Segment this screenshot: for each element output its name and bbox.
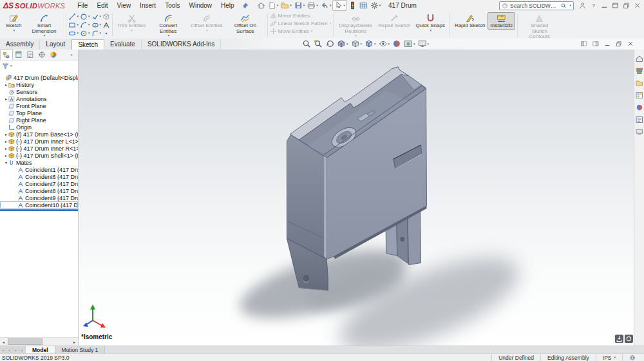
panel-tab-property-manager[interactable] <box>13 50 24 60</box>
fillet-tool-button[interactable]: ▾ <box>91 29 102 37</box>
tree-item-417-drum-inner-l-1[interactable]: ▸(-) 417 Drum Inner L<1> ->? (Defa <box>0 138 78 145</box>
mirror-entities-button[interactable]: Mirror Entities <box>270 12 331 19</box>
doc-pane-left-button[interactable] <box>581 41 587 47</box>
filter-funnel-icon[interactable] <box>2 62 9 69</box>
view-orientation-button[interactable]: ▾ <box>350 39 363 48</box>
edit-appearance-button[interactable] <box>392 39 402 48</box>
doc-restore-button[interactable] <box>616 41 622 47</box>
taskpane-appearances-button[interactable] <box>636 104 643 111</box>
rollback-bar[interactable] <box>0 209 78 211</box>
minimize-button[interactable] <box>601 2 608 9</box>
dropdown-caret-icon[interactable]: ▾ <box>346 42 348 46</box>
tree-item-history[interactable]: ▸History <box>0 81 78 88</box>
tree-item-annotations[interactable]: ▸Annotations <box>0 95 78 102</box>
search-input[interactable]: ? Search SOLIDWORKS Help ▾ <box>499 1 574 10</box>
tab-scroll-prev-icon[interactable]: ◂ <box>6 346 13 353</box>
expand-arrow-icon[interactable]: ▸ <box>4 139 8 143</box>
quick-snaps-button[interactable]: Quick Snaps▾ <box>413 12 448 33</box>
move-entities-button[interactable]: Move Entities▾ <box>270 28 331 35</box>
panel-tabs-overflow-icon[interactable]: › <box>71 50 78 60</box>
tree-item-417-drum-shell-1-d[interactable]: ▸(-) 417 Drum Shell<1> (Default<< <box>0 152 78 159</box>
section-view-button[interactable]: ▾ <box>336 39 349 48</box>
doc-pane-right-button[interactable] <box>592 41 599 47</box>
ellipse-tool-button[interactable]: ▾ <box>91 21 102 29</box>
study-tab-motion-study-1[interactable]: Motion Study 1 <box>55 346 106 353</box>
expand-arrow-icon[interactable]: ▸ <box>4 153 8 158</box>
slot-tool-button[interactable]: ▾ <box>68 29 79 37</box>
dropdown-caret-icon[interactable]: ▾ <box>206 29 208 32</box>
dropdown-caret-icon[interactable]: ▾ <box>330 22 332 25</box>
taskpane-file-explorer-button[interactable] <box>636 79 643 87</box>
tab-assembly[interactable]: Assembly <box>0 39 40 50</box>
user-button[interactable] <box>579 2 586 9</box>
tree-item-sensors[interactable]: Sensors <box>0 88 78 95</box>
expand-arrow-icon[interactable]: ▸ <box>4 82 8 87</box>
linear-sketch-pattern-button[interactable]: Linear Sketch Pattern▾ <box>270 20 331 27</box>
dropdown-caret-icon[interactable]: ▾ <box>355 34 357 37</box>
scroll-left-icon[interactable]: ◂ <box>0 340 7 344</box>
expand-arrow-icon[interactable]: ▸ <box>4 97 8 101</box>
menu-insert[interactable]: Insert <box>135 1 160 10</box>
refresh-button[interactable] <box>625 335 633 343</box>
view-settings-button[interactable]: ▾ <box>417 39 430 48</box>
dropdown-caret-icon[interactable]: ▾ <box>100 15 102 18</box>
status-ips[interactable]: IPS▾ <box>596 354 622 361</box>
tab-scroll-first-icon[interactable]: ◂ <box>0 346 6 353</box>
select-button[interactable]: ▾ <box>332 0 347 11</box>
status-globe[interactable] <box>622 354 642 361</box>
dropdown-caret-icon[interactable]: ▾ <box>413 42 415 46</box>
help-button[interactable]: ? <box>590 2 597 9</box>
tree-item-coincident6-417-drum-in[interactable]: Coincident6 (417 Drum Inner <box>0 173 78 180</box>
dropdown-caret-icon[interactable]: ▾ <box>100 23 102 26</box>
tree-item-417-drum-default-displa[interactable]: 417 Drum (Default<Display State-1>) <box>0 74 78 81</box>
hide-show-items-button[interactable]: ▾ <box>378 39 391 48</box>
dropdown-caret-icon[interactable]: ▾ <box>88 23 90 26</box>
taskpane-view-palette-button[interactable] <box>636 91 643 99</box>
display-style-button[interactable]: ▾ <box>364 39 377 48</box>
point-tool-button[interactable] <box>102 29 110 37</box>
panel-tab-feature-tree[interactable] <box>0 50 13 60</box>
menu-window[interactable]: Window <box>184 1 216 10</box>
search-icon[interactable] <box>560 3 567 9</box>
dropdown-caret-icon[interactable]: ▾ <box>44 34 46 37</box>
spline-tool-button[interactable]: ▾ <box>91 12 102 21</box>
dropdown-caret-icon[interactable]: ▾ <box>88 32 90 35</box>
tab-sketch[interactable]: Sketch <box>71 39 104 50</box>
cube-3d-tool-button[interactable] <box>102 12 110 21</box>
expand-button[interactable] <box>612 2 619 9</box>
dropdown-caret-icon[interactable]: ▾ <box>388 42 390 46</box>
shaded-sketch-contours-button[interactable]: Shaded Sketch Contours <box>520 12 560 41</box>
tab-layout[interactable]: Layout <box>40 39 71 50</box>
tree-item-coincident8-417-drum-in[interactable]: Coincident8 (417 Drum Inner <box>0 187 78 194</box>
dropdown-caret-icon[interactable]: ▾ <box>430 29 431 32</box>
dropdown-caret-icon[interactable]: ▾ <box>614 356 616 359</box>
study-tab-model[interactable]: Model <box>26 346 55 353</box>
panel-tab-configurations[interactable] <box>24 50 36 60</box>
install-updates-button[interactable] <box>615 335 623 343</box>
tree-item-front-plane[interactable]: Front Plane <box>0 102 78 109</box>
menu-file[interactable]: File <box>73 1 92 10</box>
new-doc-button[interactable]: ▾ <box>267 1 280 10</box>
dropdown-caret-icon[interactable]: ▾ <box>361 42 363 46</box>
search-caret-icon[interactable]: ▾ <box>569 4 571 7</box>
dropdown-caret-icon[interactable]: ▾ <box>343 4 345 7</box>
taskpane-custom-properties-button[interactable] <box>636 116 643 124</box>
tree-item-origin[interactable]: Origin <box>0 124 78 131</box>
instant2d-button[interactable]: Instant2D <box>488 12 515 30</box>
offset-entities-button[interactable]: Offset Entities▾ <box>188 12 225 33</box>
menu-view[interactable]: View <box>113 1 136 10</box>
filter-caret-icon[interactable]: ▾ <box>10 64 12 68</box>
save-button[interactable]: ▾ <box>293 1 307 10</box>
dropdown-caret-icon[interactable]: ▾ <box>131 29 133 32</box>
dropdown-caret-icon[interactable]: ▾ <box>374 42 376 46</box>
tree-item-f-417-drum-base-1-de[interactable]: ▸(f) 417 Drum Base<1> (Default<< <box>0 131 78 138</box>
dropdown-caret-icon[interactable]: ▾ <box>277 4 279 7</box>
dropdown-caret-icon[interactable]: ▾ <box>428 42 430 46</box>
pin-menu-icon[interactable] <box>242 2 249 10</box>
home-button[interactable] <box>256 1 267 10</box>
circle-dot-tool-button[interactable]: ▾ <box>80 29 90 37</box>
zoom-area-button[interactable] <box>313 39 323 48</box>
dropdown-caret-icon[interactable]: ▾ <box>88 15 90 18</box>
search-mag-icon[interactable] <box>560 3 567 9</box>
doc-close-button[interactable] <box>627 41 634 47</box>
